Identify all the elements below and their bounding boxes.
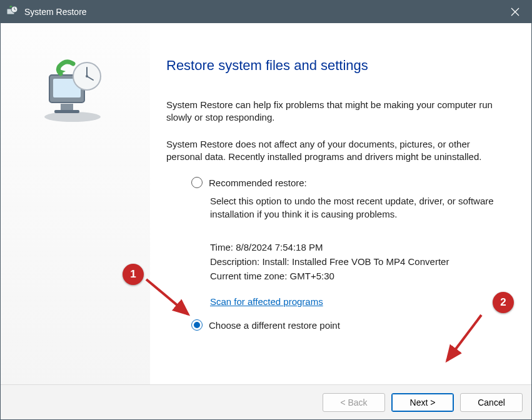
svg-point-3 bbox=[44, 112, 101, 122]
desc-label: Description: bbox=[210, 256, 262, 267]
titlebar: System Restore bbox=[1, 1, 531, 23]
annotation-arrow-2 bbox=[438, 312, 488, 368]
radio-different-label: Choose a different restore point bbox=[209, 320, 340, 331]
time-label: Time: bbox=[210, 242, 236, 252]
main-content: Restore system files and settings System… bbox=[151, 23, 531, 384]
cancel-button[interactable]: Cancel bbox=[460, 393, 523, 412]
desc-value: Install: Installed Free VOB To MP4 Conve… bbox=[262, 256, 449, 267]
close-button[interactable] bbox=[503, 1, 528, 23]
radio-icon bbox=[191, 177, 203, 188]
tz-label: Current time zone: bbox=[210, 271, 290, 281]
footer: < Back Next > Cancel bbox=[1, 384, 531, 419]
back-button: < Back bbox=[323, 393, 385, 412]
restore-timezone-row: Current time zone: GMT+5:30 bbox=[210, 271, 506, 281]
restore-time-row: Time: 8/8/2024 7:54:18 PM bbox=[210, 242, 506, 252]
system-restore-icon bbox=[4, 4, 19, 19]
annotation-arrow-1 bbox=[143, 273, 199, 323]
annotation-badge-2: 2 bbox=[493, 292, 514, 313]
window-title: System Restore bbox=[24, 7, 503, 17]
annotation-badge-1: 1 bbox=[123, 264, 144, 285]
svg-rect-7 bbox=[54, 110, 79, 113]
tz-value: GMT+5:30 bbox=[290, 271, 334, 281]
restore-description-row: Description: Install: Installed Free VOB… bbox=[210, 256, 506, 267]
radio-recommended-restore[interactable]: Recommended restore: bbox=[191, 177, 506, 188]
intro-paragraph-1: System Restore can help fix problems tha… bbox=[166, 99, 506, 124]
page-heading: Restore system files and settings bbox=[166, 58, 506, 74]
intro-paragraph-2: System Restore does not affect any of yo… bbox=[166, 138, 506, 164]
next-button[interactable]: Next > bbox=[391, 393, 454, 412]
close-icon bbox=[511, 8, 519, 16]
sidebar bbox=[1, 23, 151, 384]
scan-affected-programs-link[interactable]: Scan for affected programs bbox=[210, 296, 323, 307]
svg-rect-6 bbox=[61, 104, 73, 110]
restore-illustration-icon bbox=[38, 58, 113, 128]
svg-rect-1 bbox=[9, 15, 13, 16]
recommended-subtext: Select this option to undo the most rece… bbox=[191, 194, 506, 221]
time-value: 8/8/2024 7:54:18 PM bbox=[236, 242, 323, 252]
radio-recommended-label: Recommended restore: bbox=[209, 178, 307, 188]
